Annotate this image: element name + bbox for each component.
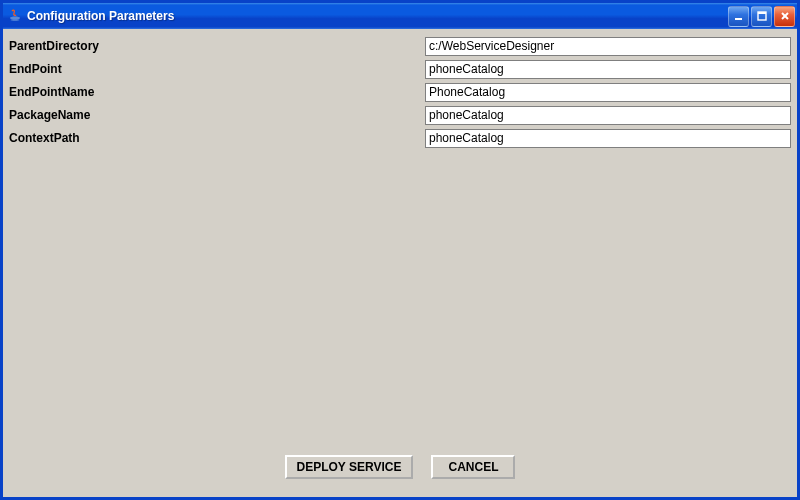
row-endpoint-name: EndPointName (9, 81, 791, 103)
title-bar: Configuration Parameters (3, 3, 797, 29)
window-title: Configuration Parameters (27, 9, 728, 23)
input-endpoint-name[interactable] (425, 83, 791, 102)
cancel-button[interactable]: CANCEL (431, 455, 515, 479)
maximize-button[interactable] (751, 6, 772, 27)
label-endpoint: EndPoint (9, 62, 425, 76)
deploy-service-button[interactable]: DEPLOY SERVICE (285, 455, 414, 479)
maximize-icon (757, 11, 767, 21)
row-parent-directory: ParentDirectory (9, 35, 791, 57)
button-bar: DEPLOY SERVICE CANCEL (3, 455, 797, 479)
minimize-button[interactable] (728, 6, 749, 27)
svg-rect-0 (735, 18, 742, 20)
input-package-name[interactable] (425, 106, 791, 125)
java-app-icon (7, 8, 23, 24)
minimize-icon (734, 11, 744, 21)
close-button[interactable] (774, 6, 795, 27)
input-endpoint[interactable] (425, 60, 791, 79)
row-package-name: PackageName (9, 104, 791, 126)
label-package-name: PackageName (9, 108, 425, 122)
row-endpoint: EndPoint (9, 58, 791, 80)
label-parent-directory: ParentDirectory (9, 39, 425, 53)
dialog-content: ParentDirectory EndPoint EndPointName Pa… (3, 29, 797, 497)
window-controls (728, 6, 795, 27)
input-context-path[interactable] (425, 129, 791, 148)
row-context-path: ContextPath (9, 127, 791, 149)
input-parent-directory[interactable] (425, 37, 791, 56)
label-context-path: ContextPath (9, 131, 425, 145)
dialog-window: Configuration Parameters ParentDirectory… (0, 0, 800, 500)
close-icon (780, 11, 790, 21)
label-endpoint-name: EndPointName (9, 85, 425, 99)
